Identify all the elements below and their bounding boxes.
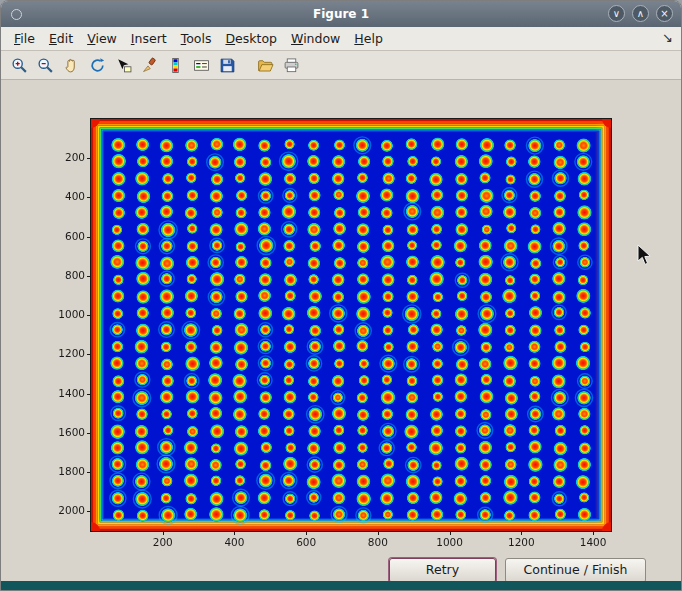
x-tick-mark: [450, 531, 451, 535]
zoom-out-icon[interactable]: [33, 53, 57, 77]
y-tick-label: 1000: [43, 308, 85, 320]
x-tick-mark: [521, 531, 522, 535]
menu-help[interactable]: Help: [347, 29, 390, 48]
x-tick-mark: [593, 531, 594, 535]
y-tick-mark: [87, 158, 91, 159]
x-tick-label: 600: [296, 536, 316, 548]
y-tick-label: 2000: [43, 504, 85, 516]
y-tick-mark: [87, 394, 91, 395]
menu-file[interactable]: File: [7, 29, 42, 48]
menu-window[interactable]: Window: [284, 29, 347, 48]
maximize-button[interactable]: ∧: [632, 5, 649, 22]
y-tick-label: 200: [43, 151, 85, 163]
shade-button[interactable]: ∨: [608, 5, 625, 22]
menu-edit[interactable]: Edit: [42, 29, 80, 48]
y-tick-label: 800: [43, 269, 85, 281]
y-tick-mark: [87, 197, 91, 198]
figure-window: Figure 1 ∨∧× FileEditViewInsertToolsDesk…: [0, 0, 682, 591]
mouse-cursor: [637, 244, 652, 266]
title-bar[interactable]: Figure 1 ∨∧×: [1, 1, 681, 27]
bottom-strip: [1, 581, 681, 590]
retry-button[interactable]: Retry: [389, 558, 496, 583]
x-tick-mark: [306, 531, 307, 535]
menu-insert[interactable]: Insert: [124, 29, 174, 48]
x-tick-label: 200: [153, 536, 173, 548]
data-cursor-icon[interactable]: [111, 53, 135, 77]
y-tick-mark: [87, 237, 91, 238]
plot-axes: 2004006008001000120014002004006008001000…: [91, 119, 611, 531]
brush-icon[interactable]: [137, 53, 161, 77]
figure-toolbar: [1, 51, 681, 80]
y-tick-mark: [87, 354, 91, 355]
y-tick-mark: [87, 511, 91, 512]
rotate-3d-icon[interactable]: [85, 53, 109, 77]
window-icon: [11, 9, 22, 20]
x-tick-label: 1000: [436, 536, 463, 548]
y-tick-mark: [87, 472, 91, 473]
colorbar-icon[interactable]: [163, 53, 187, 77]
legend-icon[interactable]: [189, 53, 213, 77]
print-icon[interactable]: [279, 53, 303, 77]
open-folder-icon[interactable]: [253, 53, 277, 77]
y-tick-mark: [87, 315, 91, 316]
x-tick-label: 1400: [580, 536, 607, 548]
x-tick-mark: [378, 531, 379, 535]
x-tick-label: 800: [368, 536, 388, 548]
x-tick-label: 400: [224, 536, 244, 548]
menu-bar: FileEditViewInsertToolsDesktopWindowHelp: [1, 27, 681, 51]
menu-tools[interactable]: Tools: [174, 29, 219, 48]
y-tick-mark: [87, 433, 91, 434]
x-tick-label: 1200: [508, 536, 535, 548]
menu-desktop[interactable]: Desktop: [218, 29, 284, 48]
x-tick-mark: [163, 531, 164, 535]
dock-figure-arrow-icon[interactable]: ↘: [662, 30, 673, 45]
continue-finish-button[interactable]: Continue / Finish: [505, 558, 646, 583]
y-tick-label: 400: [43, 190, 85, 202]
save-icon[interactable]: [215, 53, 239, 77]
y-tick-label: 600: [43, 230, 85, 242]
y-tick-label: 1600: [43, 426, 85, 438]
y-tick-label: 1400: [43, 387, 85, 399]
menu-view[interactable]: View: [80, 29, 124, 48]
pan-icon[interactable]: [59, 53, 83, 77]
zoom-in-icon[interactable]: [7, 53, 31, 77]
window-controls: ∨∧×: [608, 5, 673, 22]
close-button[interactable]: ×: [656, 5, 673, 22]
y-tick-mark: [87, 276, 91, 277]
plot-image[interactable]: [91, 119, 611, 531]
x-tick-mark: [234, 531, 235, 535]
y-tick-label: 1200: [43, 347, 85, 359]
window-title: Figure 1: [1, 7, 681, 21]
y-tick-label: 1800: [43, 465, 85, 477]
